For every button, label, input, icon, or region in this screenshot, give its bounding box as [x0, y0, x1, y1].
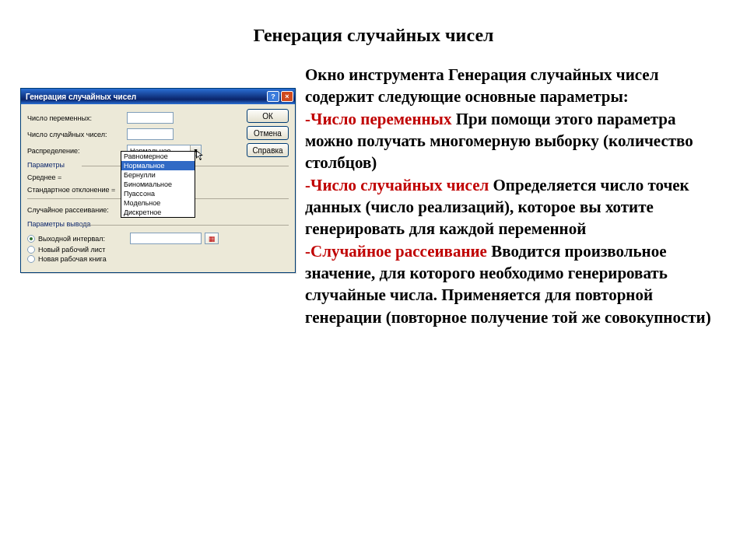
- label-num-variables: Число переменных:: [27, 114, 127, 122]
- label-output-range: Выходной интервал:: [38, 235, 124, 243]
- term-num-rands: -Число случайных чисел: [305, 176, 489, 194]
- dist-option[interactable]: Равномерное: [121, 152, 195, 161]
- dist-option[interactable]: Дискретное: [121, 208, 195, 217]
- radio-output-range[interactable]: [27, 235, 35, 243]
- dist-option[interactable]: Пуассона: [121, 189, 195, 198]
- label-new-book: Новая рабочая книга: [38, 255, 107, 263]
- help-button[interactable]: Справка: [247, 143, 289, 157]
- page-title: Генерация случайных чисел: [0, 25, 747, 46]
- input-output-range[interactable]: [130, 233, 202, 244]
- description-intro: Окно инструмента Генерация случайных чис…: [305, 65, 658, 106]
- radio-new-sheet[interactable]: [27, 246, 35, 254]
- description-block: Окно инструмента Генерация случайных чис…: [305, 64, 717, 328]
- input-num-randoms[interactable]: [127, 128, 174, 140]
- label-distribution: Распределение:: [27, 147, 127, 155]
- titlebar[interactable]: Генерация случайных чисел ? ×: [21, 89, 295, 104]
- term-seed: -Случайное рассеивание: [305, 242, 487, 261]
- distribution-dropdown[interactable]: Равномерное Нормальное Бернулли Биномиал…: [121, 151, 195, 218]
- label-new-sheet: Новый рабочий лист: [38, 246, 105, 254]
- dialog-random-number-generation: Генерация случайных чисел ? × ОК Отмена …: [20, 88, 296, 273]
- group-output: Параметры вывода: [27, 220, 289, 228]
- dist-option[interactable]: Бернулли: [121, 170, 195, 180]
- ok-button[interactable]: ОК: [247, 109, 289, 123]
- dist-option[interactable]: Биномиальное: [121, 180, 195, 189]
- label-seed: Случайное рассеивание:: [27, 206, 127, 214]
- term-num-vars: -Число переменных: [305, 110, 452, 128]
- dialog-title: Генерация случайных чисел: [26, 93, 265, 101]
- input-num-variables[interactable]: [127, 112, 174, 124]
- dist-option[interactable]: Модельное: [121, 198, 195, 208]
- dist-option[interactable]: Нормальное: [121, 161, 195, 170]
- radio-new-book[interactable]: [27, 255, 35, 263]
- close-icon[interactable]: ×: [281, 91, 293, 102]
- help-icon[interactable]: ?: [267, 91, 279, 102]
- label-num-randoms: Число случайных чисел:: [27, 131, 127, 138]
- cancel-button[interactable]: Отмена: [247, 126, 289, 140]
- range-picker-icon[interactable]: ▦: [205, 233, 219, 244]
- label-mean: Среднее =: [27, 173, 127, 181]
